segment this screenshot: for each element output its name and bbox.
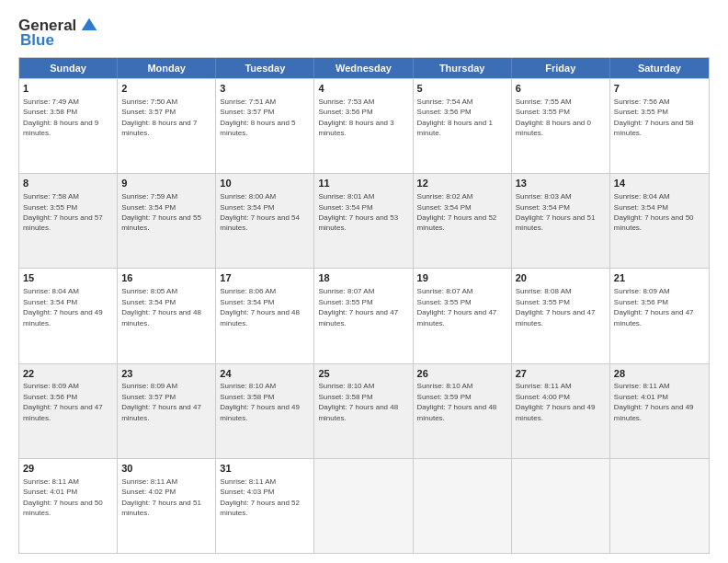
cell-daylight: Daylight: 7 hours and 51 minutes. — [121, 499, 201, 517]
cell-daylight: Daylight: 7 hours and 48 minutes. — [220, 308, 300, 327]
header-saturday: Saturday — [610, 58, 709, 78]
day-number: 28 — [614, 367, 705, 381]
cell-daylight: Daylight: 7 hours and 57 minutes. — [23, 213, 103, 232]
cell-sunrise: Sunrise: 7:51 AM — [220, 98, 276, 106]
day-number: 12 — [417, 177, 507, 190]
calendar-cell — [314, 459, 413, 553]
cell-daylight: Daylight: 7 hours and 53 minutes. — [318, 213, 398, 232]
calendar-cell: 5Sunrise: 7:54 AMSunset: 3:56 PMDaylight… — [414, 79, 512, 173]
calendar-cell: 26Sunrise: 8:10 AMSunset: 3:59 PMDayligh… — [414, 364, 512, 458]
cell-daylight: Daylight: 7 hours and 47 minutes. — [516, 308, 596, 327]
day-number: 30 — [121, 462, 211, 476]
day-number: 27 — [516, 367, 606, 381]
calendar-cell: 23Sunrise: 8:09 AMSunset: 3:57 PMDayligh… — [118, 364, 216, 458]
day-number: 29 — [23, 462, 113, 476]
day-number: 16 — [121, 271, 211, 285]
day-number: 11 — [318, 177, 408, 190]
cell-sunset: Sunset: 3:56 PM — [318, 108, 372, 116]
cell-sunset: Sunset: 3:55 PM — [516, 108, 570, 116]
cell-sunset: Sunset: 3:57 PM — [121, 108, 176, 116]
cell-sunrise: Sunrise: 8:11 AM — [121, 477, 177, 486]
calendar-cell: 28Sunrise: 8:11 AMSunset: 4:01 PMDayligh… — [610, 364, 709, 458]
cell-sunset: Sunset: 3:56 PM — [417, 108, 472, 116]
cell-daylight: Daylight: 7 hours and 49 minutes. — [220, 403, 300, 421]
day-number: 31 — [220, 462, 310, 476]
cell-sunrise: Sunrise: 8:06 AM — [220, 287, 276, 295]
calendar-cell: 4Sunrise: 7:53 AMSunset: 3:56 PMDaylight… — [314, 79, 413, 173]
day-number: 26 — [417, 367, 507, 381]
calendar-cell: 12Sunrise: 8:02 AMSunset: 3:54 PMDayligh… — [414, 174, 512, 268]
cell-sunrise: Sunrise: 8:11 AM — [220, 477, 276, 486]
cell-daylight: Daylight: 7 hours and 52 minutes. — [417, 213, 497, 232]
calendar-cell — [512, 459, 610, 553]
cell-sunrise: Sunrise: 8:10 AM — [318, 382, 374, 390]
cell-sunset: Sunset: 4:00 PM — [516, 393, 570, 401]
calendar-cell: 29Sunrise: 8:11 AMSunset: 4:01 PMDayligh… — [19, 459, 118, 553]
cell-daylight: Daylight: 7 hours and 49 minutes. — [23, 308, 103, 327]
cell-sunrise: Sunrise: 8:09 AM — [23, 382, 79, 390]
cell-daylight: Daylight: 7 hours and 48 minutes. — [417, 403, 497, 421]
calendar-cell: 24Sunrise: 8:10 AMSunset: 3:58 PMDayligh… — [216, 364, 314, 458]
cell-sunset: Sunset: 3:57 PM — [121, 393, 176, 401]
calendar-cell: 16Sunrise: 8:05 AMSunset: 3:54 PMDayligh… — [118, 269, 216, 362]
cell-sunrise: Sunrise: 7:50 AM — [121, 98, 177, 106]
cell-sunrise: Sunrise: 7:49 AM — [23, 98, 79, 106]
day-number: 3 — [220, 82, 310, 96]
cell-daylight: Daylight: 7 hours and 47 minutes. — [318, 308, 398, 327]
calendar-cell — [610, 459, 709, 553]
calendar-cell: 17Sunrise: 8:06 AMSunset: 3:54 PMDayligh… — [216, 269, 314, 362]
cell-sunrise: Sunrise: 7:58 AM — [23, 192, 79, 201]
svg-marker-0 — [82, 18, 97, 30]
day-number: 17 — [220, 271, 310, 285]
cell-sunset: Sunset: 3:54 PM — [417, 203, 472, 212]
cell-sunset: Sunset: 3:55 PM — [417, 298, 472, 306]
day-number: 4 — [318, 82, 408, 96]
day-number: 1 — [23, 82, 113, 96]
logo-icon — [80, 17, 98, 35]
header-wednesday: Wednesday — [314, 58, 413, 78]
cell-sunrise: Sunrise: 8:10 AM — [220, 382, 276, 390]
cell-daylight: Daylight: 8 hours and 3 minutes. — [318, 119, 393, 137]
cell-daylight: Daylight: 8 hours and 7 minutes. — [121, 119, 197, 137]
cell-sunset: Sunset: 3:56 PM — [614, 298, 668, 306]
cell-daylight: Daylight: 8 hours and 5 minutes. — [220, 119, 295, 137]
cell-daylight: Daylight: 7 hours and 51 minutes. — [516, 213, 596, 232]
logo: General Blue — [18, 17, 98, 50]
cell-daylight: Daylight: 7 hours and 55 minutes. — [121, 213, 201, 232]
day-number: 9 — [121, 177, 211, 190]
day-number: 24 — [220, 367, 310, 381]
calendar-cell: 6Sunrise: 7:55 AMSunset: 3:55 PMDaylight… — [512, 79, 610, 173]
cell-sunrise: Sunrise: 8:07 AM — [417, 287, 473, 295]
cell-sunrise: Sunrise: 8:04 AM — [23, 287, 79, 295]
cell-daylight: Daylight: 7 hours and 50 minutes. — [614, 213, 694, 232]
calendar-cell: 27Sunrise: 8:11 AMSunset: 4:00 PMDayligh… — [512, 364, 610, 458]
day-number: 8 — [23, 177, 113, 190]
day-number: 25 — [318, 367, 408, 381]
calendar-cell: 21Sunrise: 8:09 AMSunset: 3:56 PMDayligh… — [610, 269, 709, 362]
cell-sunrise: Sunrise: 8:11 AM — [614, 382, 670, 390]
cell-daylight: Daylight: 7 hours and 50 minutes. — [23, 499, 103, 517]
cell-sunrise: Sunrise: 8:11 AM — [23, 477, 79, 486]
cell-daylight: Daylight: 7 hours and 49 minutes. — [516, 403, 596, 421]
header-friday: Friday — [512, 58, 610, 78]
cell-sunrise: Sunrise: 8:08 AM — [516, 287, 572, 295]
cell-sunset: Sunset: 3:54 PM — [121, 203, 176, 212]
cell-sunset: Sunset: 3:55 PM — [614, 108, 668, 116]
day-number: 23 — [121, 367, 211, 381]
cell-daylight: Daylight: 7 hours and 47 minutes. — [614, 308, 694, 327]
day-number: 18 — [318, 271, 408, 285]
cell-sunset: Sunset: 3:55 PM — [23, 203, 77, 212]
cell-daylight: Daylight: 7 hours and 49 minutes. — [614, 403, 694, 421]
cell-sunset: Sunset: 3:54 PM — [23, 298, 77, 306]
calendar-header: Sunday Monday Tuesday Wednesday Thursday… — [19, 58, 709, 78]
day-number: 15 — [23, 271, 113, 285]
cell-sunrise: Sunrise: 7:53 AM — [318, 98, 374, 106]
cell-sunset: Sunset: 3:54 PM — [220, 298, 274, 306]
cell-daylight: Daylight: 7 hours and 47 minutes. — [121, 403, 201, 421]
calendar-cell: 30Sunrise: 8:11 AMSunset: 4:02 PMDayligh… — [118, 459, 216, 553]
cell-sunrise: Sunrise: 8:11 AM — [516, 382, 572, 390]
day-number: 21 — [614, 271, 705, 285]
calendar-cell: 7Sunrise: 7:56 AMSunset: 3:55 PMDaylight… — [610, 79, 709, 173]
header: General Blue — [18, 17, 710, 50]
calendar-cell: 11Sunrise: 8:01 AMSunset: 3:54 PMDayligh… — [314, 174, 413, 268]
